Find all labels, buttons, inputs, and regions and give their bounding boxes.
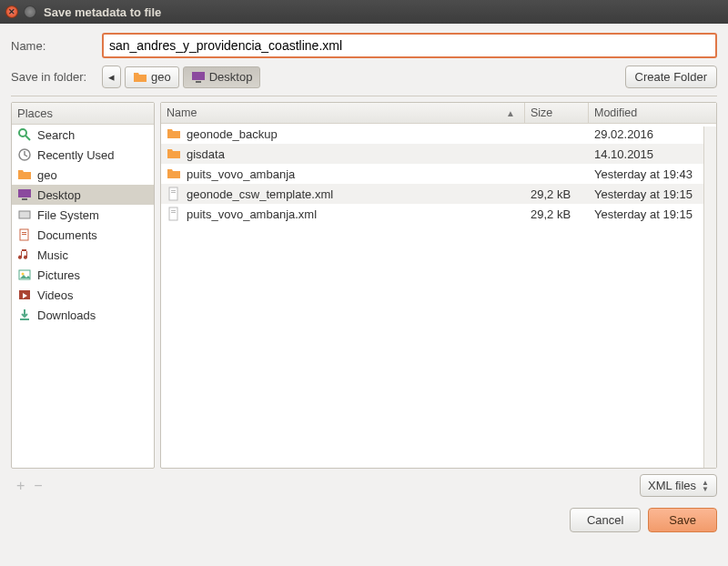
window-title: Save metadata to file bbox=[44, 5, 161, 19]
sidebar-item-desktop[interactable]: Desktop bbox=[12, 185, 154, 205]
sidebar-item-label: Downloads bbox=[37, 308, 96, 322]
file-modified: Yesterday at 19:15 bbox=[589, 187, 716, 201]
filetype-label: XML files bbox=[648, 479, 696, 492]
pictures-icon bbox=[17, 268, 32, 282]
folder-icon bbox=[167, 147, 181, 161]
file-row[interactable]: puits_vovo_ambanja.xml29,2 kBYesterday a… bbox=[161, 204, 716, 224]
svg-rect-18 bbox=[169, 207, 177, 220]
svg-rect-15 bbox=[169, 187, 177, 200]
breadcrumb-item-geo[interactable]: geo bbox=[125, 66, 179, 88]
file-name: geonode_csw_template.xml bbox=[187, 187, 333, 201]
remove-bookmark-button[interactable]: − bbox=[34, 478, 42, 494]
file-row[interactable]: geonode_csw_template.xml29,2 kBYesterday… bbox=[161, 184, 716, 204]
search-icon bbox=[17, 127, 32, 142]
svg-line-3 bbox=[25, 136, 30, 140]
sidebar-item-label: Pictures bbox=[37, 268, 80, 282]
documents-icon bbox=[17, 227, 32, 242]
name-label: Name: bbox=[11, 39, 102, 53]
svg-rect-6 bbox=[22, 198, 27, 200]
save-button[interactable]: Save bbox=[648, 508, 717, 532]
file-row[interactable]: gisdata14.10.2015 bbox=[161, 144, 716, 164]
sidebar-item-recent[interactable]: Recently Used bbox=[12, 145, 154, 165]
svg-rect-10 bbox=[22, 234, 26, 235]
svg-rect-7 bbox=[19, 211, 30, 218]
titlebar: ✕ Save metadata to file bbox=[0, 0, 728, 24]
svg-rect-14 bbox=[20, 318, 29, 320]
folder-icon bbox=[167, 167, 181, 181]
desktop-icon bbox=[191, 70, 206, 85]
column-header-modified[interactable]: Modified bbox=[589, 103, 716, 123]
breadcrumb: ◂ geo Desktop bbox=[102, 66, 260, 88]
sidebar-item-label: Documents bbox=[37, 228, 97, 242]
svg-point-12 bbox=[22, 273, 25, 276]
places-panel: Places Search Recently Used geo Desktop … bbox=[11, 102, 155, 469]
file-name: geonode_backup bbox=[187, 127, 278, 141]
svg-rect-5 bbox=[18, 189, 31, 197]
sidebar-item-downloads[interactable]: Downloads bbox=[12, 305, 154, 325]
create-folder-button[interactable]: Create Folder bbox=[625, 66, 717, 88]
sidebar-item-label: Music bbox=[37, 248, 68, 262]
cancel-button[interactable]: Cancel bbox=[570, 508, 641, 532]
breadcrumb-label: geo bbox=[151, 70, 171, 84]
svg-rect-17 bbox=[171, 192, 176, 193]
breadcrumb-back-button[interactable]: ◂ bbox=[102, 66, 121, 88]
sidebar-item-label: Recently Used bbox=[37, 148, 115, 162]
column-header-name[interactable]: Name ▲ bbox=[161, 103, 525, 123]
file-modified: 29.02.2016 bbox=[589, 127, 716, 141]
svg-point-2 bbox=[19, 129, 26, 136]
breadcrumb-label: Desktop bbox=[209, 70, 253, 84]
scrollbar[interactable] bbox=[703, 126, 716, 468]
svg-rect-16 bbox=[171, 190, 176, 191]
file-size: 29,2 kB bbox=[525, 207, 589, 221]
window-minimize-button[interactable] bbox=[24, 5, 36, 18]
file-modified: Yesterday at 19:43 bbox=[589, 167, 716, 181]
sidebar-item-documents[interactable]: Documents bbox=[12, 225, 154, 245]
file-list-body: geonode_backup29.02.2016gisdata14.10.201… bbox=[161, 124, 716, 468]
svg-rect-0 bbox=[192, 72, 205, 80]
svg-rect-9 bbox=[22, 232, 26, 233]
add-bookmark-button[interactable]: + bbox=[16, 478, 25, 494]
sidebar-item-search[interactable]: Search bbox=[12, 125, 154, 145]
sidebar-item-label: Desktop bbox=[37, 188, 81, 202]
svg-rect-20 bbox=[171, 212, 176, 213]
downloads-icon bbox=[17, 308, 32, 322]
file-name: gisdata bbox=[187, 147, 225, 161]
sort-ascending-icon: ▲ bbox=[506, 108, 519, 118]
svg-rect-19 bbox=[171, 210, 176, 211]
save-in-folder-label: Save in folder: bbox=[11, 70, 102, 84]
filename-input[interactable] bbox=[102, 33, 717, 58]
file-icon bbox=[167, 187, 181, 201]
updown-icon: ▲▼ bbox=[702, 480, 709, 492]
file-list-header: Name ▲ Size Modified bbox=[161, 103, 716, 124]
column-header-size[interactable]: Size bbox=[525, 103, 589, 123]
sidebar-item-label: File System bbox=[37, 208, 99, 222]
sidebar-item-music[interactable]: Music bbox=[12, 245, 154, 265]
file-row[interactable]: geonode_backup29.02.2016 bbox=[161, 124, 716, 144]
svg-rect-1 bbox=[196, 81, 201, 83]
folder-icon bbox=[17, 167, 32, 182]
window-close-button[interactable]: ✕ bbox=[5, 5, 18, 18]
sidebar-item-pictures[interactable]: Pictures bbox=[12, 265, 154, 285]
drive-icon bbox=[17, 207, 32, 222]
sidebar-item-filesystem[interactable]: File System bbox=[12, 205, 154, 225]
sidebar-item-label: Videos bbox=[37, 288, 74, 302]
folder-icon bbox=[133, 70, 147, 85]
file-list-panel: Name ▲ Size Modified geonode_backup29.02… bbox=[160, 102, 717, 469]
videos-icon bbox=[17, 288, 32, 302]
sidebar-item-label: Search bbox=[37, 128, 75, 142]
sidebar-item-geo[interactable]: geo bbox=[12, 165, 154, 185]
file-icon bbox=[167, 207, 181, 221]
file-row[interactable]: puits_vovo_ambanjaYesterday at 19:43 bbox=[161, 164, 716, 184]
music-icon bbox=[17, 248, 32, 262]
breadcrumb-item-desktop[interactable]: Desktop bbox=[183, 66, 261, 88]
file-modified: Yesterday at 19:15 bbox=[589, 207, 716, 221]
desktop-icon bbox=[17, 187, 32, 202]
file-name: puits_vovo_ambanja.xml bbox=[187, 207, 317, 221]
sidebar-item-videos[interactable]: Videos bbox=[12, 285, 154, 305]
file-name: puits_vovo_ambanja bbox=[187, 167, 295, 181]
folder-icon bbox=[167, 126, 181, 141]
filetype-selector[interactable]: XML files ▲▼ bbox=[640, 474, 717, 497]
sidebar-item-label: geo bbox=[37, 168, 57, 182]
file-modified: 14.10.2015 bbox=[589, 147, 716, 161]
clock-icon bbox=[17, 147, 32, 162]
